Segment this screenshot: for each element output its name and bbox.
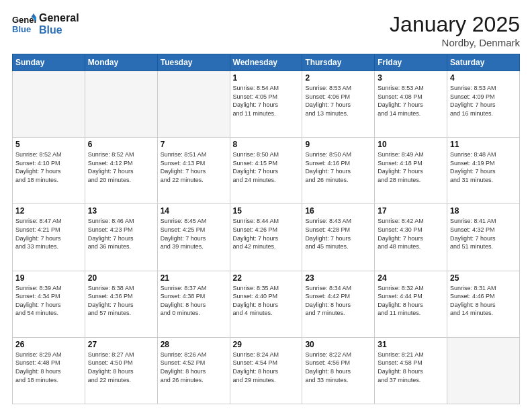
day-info: Sunrise: 8:43 AM Sunset: 4:28 PM Dayligh…: [305, 217, 371, 250]
day-number: 8: [233, 140, 300, 149]
day-number: 4: [450, 73, 517, 83]
day-number: 10: [378, 140, 444, 149]
day-number: 14: [161, 206, 227, 216]
day-cell: 11Sunrise: 8:48 AM Sunset: 4:19 PM Dayli…: [447, 138, 520, 204]
day-number: 17: [378, 206, 444, 216]
logo: General Blue General Blue: [12, 12, 79, 37]
day-number: 5: [15, 140, 82, 149]
day-info: Sunrise: 8:54 AM Sunset: 4:05 PM Dayligh…: [233, 84, 300, 118]
day-info: Sunrise: 8:42 AM Sunset: 4:30 PM Dayligh…: [378, 217, 444, 250]
day-cell: 31Sunrise: 8:21 AM Sunset: 4:58 PM Dayli…: [375, 337, 447, 404]
day-number: 19: [15, 273, 82, 283]
week-row-1: 1Sunrise: 8:54 AM Sunset: 4:05 PM Daylig…: [13, 71, 520, 138]
day-number: 30: [305, 340, 371, 349]
day-info: Sunrise: 8:21 AM Sunset: 4:58 PM Dayligh…: [378, 351, 444, 384]
location: Nordby, Denmark: [390, 37, 520, 48]
day-info: Sunrise: 8:48 AM Sunset: 4:19 PM Dayligh…: [450, 150, 517, 184]
day-cell: [85, 71, 157, 138]
day-cell: 29Sunrise: 8:24 AM Sunset: 4:54 PM Dayli…: [230, 337, 302, 404]
day-cell: 4Sunrise: 8:53 AM Sunset: 4:09 PM Daylig…: [447, 71, 520, 138]
day-info: Sunrise: 8:26 AM Sunset: 4:52 PM Dayligh…: [161, 351, 227, 384]
day-cell: 14Sunrise: 8:45 AM Sunset: 4:25 PM Dayli…: [157, 204, 230, 271]
day-info: Sunrise: 8:37 AM Sunset: 4:38 PM Dayligh…: [161, 284, 227, 318]
col-header-sunday: Sunday: [13, 54, 85, 71]
col-header-saturday: Saturday: [447, 54, 520, 71]
day-cell: 3Sunrise: 8:53 AM Sunset: 4:08 PM Daylig…: [375, 71, 447, 138]
day-info: Sunrise: 8:50 AM Sunset: 4:16 PM Dayligh…: [305, 150, 371, 184]
day-info: Sunrise: 8:53 AM Sunset: 4:09 PM Dayligh…: [450, 84, 517, 118]
day-cell: 6Sunrise: 8:52 AM Sunset: 4:12 PM Daylig…: [85, 138, 157, 204]
logo-icon: General Blue: [12, 12, 36, 36]
col-header-thursday: Thursday: [302, 54, 375, 71]
day-cell: 5Sunrise: 8:52 AM Sunset: 4:10 PM Daylig…: [13, 138, 85, 204]
month-title: January 2025: [390, 12, 520, 37]
day-cell: [157, 71, 230, 138]
week-row-2: 5Sunrise: 8:52 AM Sunset: 4:10 PM Daylig…: [13, 138, 520, 204]
week-row-5: 26Sunrise: 8:29 AM Sunset: 4:48 PM Dayli…: [13, 337, 520, 404]
day-number: 16: [305, 206, 371, 216]
day-number: 15: [233, 206, 300, 216]
col-header-tuesday: Tuesday: [157, 54, 230, 71]
day-number: 26: [15, 340, 82, 349]
day-number: 31: [378, 340, 444, 349]
day-cell: [13, 71, 85, 138]
day-info: Sunrise: 8:53 AM Sunset: 4:08 PM Dayligh…: [378, 84, 444, 118]
day-number: 3: [378, 73, 444, 83]
day-info: Sunrise: 8:49 AM Sunset: 4:18 PM Dayligh…: [378, 150, 444, 184]
day-cell: 1Sunrise: 8:54 AM Sunset: 4:05 PM Daylig…: [230, 71, 302, 138]
day-info: Sunrise: 8:38 AM Sunset: 4:36 PM Dayligh…: [88, 284, 154, 318]
day-cell: 7Sunrise: 8:51 AM Sunset: 4:13 PM Daylig…: [157, 138, 230, 204]
day-number: 20: [88, 273, 154, 283]
day-cell: [447, 337, 520, 404]
day-cell: 8Sunrise: 8:50 AM Sunset: 4:15 PM Daylig…: [230, 138, 302, 204]
day-info: Sunrise: 8:46 AM Sunset: 4:23 PM Dayligh…: [88, 217, 154, 250]
day-cell: 21Sunrise: 8:37 AM Sunset: 4:38 PM Dayli…: [157, 271, 230, 337]
day-info: Sunrise: 8:53 AM Sunset: 4:06 PM Dayligh…: [305, 84, 371, 118]
day-info: Sunrise: 8:52 AM Sunset: 4:10 PM Dayligh…: [15, 150, 82, 184]
day-cell: 19Sunrise: 8:39 AM Sunset: 4:34 PM Dayli…: [13, 271, 85, 337]
day-cell: 18Sunrise: 8:41 AM Sunset: 4:32 PM Dayli…: [447, 204, 520, 271]
day-info: Sunrise: 8:22 AM Sunset: 4:56 PM Dayligh…: [305, 351, 371, 384]
day-number: 12: [15, 206, 82, 216]
day-info: Sunrise: 8:35 AM Sunset: 4:40 PM Dayligh…: [233, 284, 300, 318]
day-number: 29: [233, 340, 300, 349]
day-cell: 27Sunrise: 8:27 AM Sunset: 4:50 PM Dayli…: [85, 337, 157, 404]
day-number: 1: [233, 73, 300, 83]
day-cell: 24Sunrise: 8:32 AM Sunset: 4:44 PM Dayli…: [375, 271, 447, 337]
day-info: Sunrise: 8:41 AM Sunset: 4:32 PM Dayligh…: [450, 217, 517, 250]
col-header-monday: Monday: [85, 54, 157, 71]
day-cell: 28Sunrise: 8:26 AM Sunset: 4:52 PM Dayli…: [157, 337, 230, 404]
title-block: January 2025 Nordby, Denmark: [390, 12, 520, 48]
day-info: Sunrise: 8:27 AM Sunset: 4:50 PM Dayligh…: [88, 351, 154, 384]
day-cell: 12Sunrise: 8:47 AM Sunset: 4:21 PM Dayli…: [13, 204, 85, 271]
day-info: Sunrise: 8:45 AM Sunset: 4:25 PM Dayligh…: [161, 217, 227, 250]
day-cell: 15Sunrise: 8:44 AM Sunset: 4:26 PM Dayli…: [230, 204, 302, 271]
day-number: 27: [88, 340, 154, 349]
day-number: 28: [161, 340, 227, 349]
day-cell: 17Sunrise: 8:42 AM Sunset: 4:30 PM Dayli…: [375, 204, 447, 271]
day-info: Sunrise: 8:51 AM Sunset: 4:13 PM Dayligh…: [161, 150, 227, 184]
day-number: 24: [378, 273, 444, 283]
day-cell: 25Sunrise: 8:31 AM Sunset: 4:46 PM Dayli…: [447, 271, 520, 337]
day-cell: 26Sunrise: 8:29 AM Sunset: 4:48 PM Dayli…: [13, 337, 85, 404]
day-cell: 9Sunrise: 8:50 AM Sunset: 4:16 PM Daylig…: [302, 138, 375, 204]
day-info: Sunrise: 8:50 AM Sunset: 4:15 PM Dayligh…: [233, 150, 300, 184]
day-number: 18: [450, 206, 517, 216]
day-cell: 30Sunrise: 8:22 AM Sunset: 4:56 PM Dayli…: [302, 337, 375, 404]
day-number: 7: [161, 140, 227, 149]
day-number: 22: [233, 273, 300, 283]
day-number: 2: [305, 73, 371, 83]
col-header-friday: Friday: [375, 54, 447, 71]
day-number: 25: [450, 273, 517, 283]
header-row: SundayMondayTuesdayWednesdayThursdayFrid…: [13, 54, 520, 71]
col-header-wednesday: Wednesday: [230, 54, 302, 71]
day-cell: 16Sunrise: 8:43 AM Sunset: 4:28 PM Dayli…: [302, 204, 375, 271]
day-number: 6: [88, 140, 154, 149]
day-cell: 23Sunrise: 8:34 AM Sunset: 4:42 PM Dayli…: [302, 271, 375, 337]
day-info: Sunrise: 8:52 AM Sunset: 4:12 PM Dayligh…: [88, 150, 154, 184]
day-number: 11: [450, 140, 517, 149]
logo-line2: Blue: [39, 24, 79, 36]
day-number: 23: [305, 273, 371, 283]
day-cell: 20Sunrise: 8:38 AM Sunset: 4:36 PM Dayli…: [85, 271, 157, 337]
day-info: Sunrise: 8:24 AM Sunset: 4:54 PM Dayligh…: [233, 351, 300, 384]
